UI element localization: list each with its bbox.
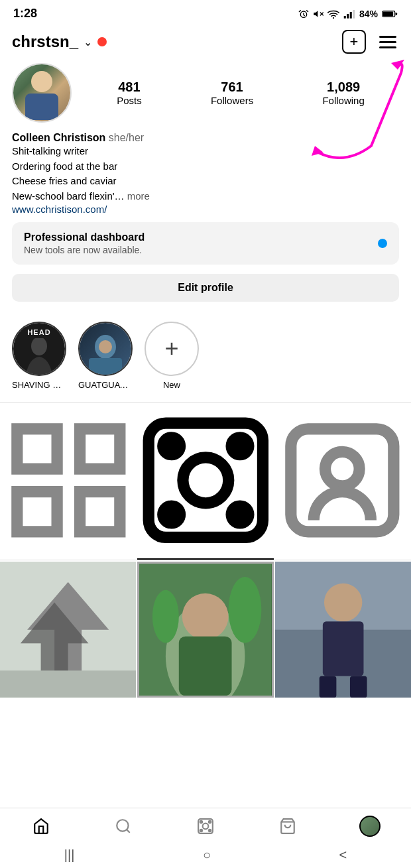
highlights-row: HEAD SHAVING CH... GUATGUATGU... [0,322,411,390]
signal-icon [343,9,355,19]
live-dot [97,37,107,46]
sys-back[interactable]: < [339,847,347,863]
svg-rect-15 [89,358,122,375]
svg-rect-30 [0,670,136,698]
highlight-head-text: HEAD [27,328,50,336]
grid-cell-2[interactable] [137,562,273,698]
svg-rect-41 [323,621,364,676]
svg-point-40 [324,584,362,621]
svg-rect-7 [353,10,355,19]
sys-home[interactable]: ○ [203,847,211,863]
content-tabs [0,402,411,560]
dropdown-icon[interactable]: ⌄ [84,36,92,48]
stat-followers[interactable]: 761 Followers [211,80,253,107]
grid-cell-3[interactable] [275,562,411,698]
bio-name-line: Colleen Christison she/her [12,132,399,144]
svg-rect-9 [383,11,393,16]
bio-line1: Shit-talking writer [12,144,399,159]
profile-top-row: 481 Posts 761 Followers 1,089 Following [12,63,399,123]
nav-icons: + [342,30,399,54]
svg-point-49 [200,830,202,832]
stat-posts[interactable]: 481 Posts [117,80,142,107]
svg-point-44 [117,820,128,831]
svg-point-25 [162,506,180,523]
grid-cell-1[interactable] [0,562,136,698]
svg-rect-35 [179,636,232,696]
avatar[interactable] [12,63,72,123]
svg-point-34 [182,593,229,640]
highlight-guat[interactable]: GUATGUATGU... [78,322,133,390]
nav-reels[interactable] [189,815,222,837]
status-bar: 1:28 84% [0,0,411,25]
mute-icon [313,9,323,19]
alarm-icon [298,9,309,19]
svg-rect-4 [344,16,346,19]
bio-link[interactable]: www.cchristison.com/ [12,204,107,215]
bio-section: Colleen Christison she/her Shit-talking … [12,132,399,216]
shop-icon [279,818,296,835]
bio-name: Colleen Christison [12,132,105,143]
menu-line-1 [379,36,396,38]
svg-rect-17 [17,429,57,469]
username-row: chrstsn_ ⌄ [12,32,107,51]
followers-count: 761 [211,80,253,95]
highlight-shaving[interactable]: HEAD SHAVING CH... [12,322,66,390]
svg-rect-6 [350,12,352,19]
nav-shop[interactable] [271,815,304,837]
tab-reels[interactable] [137,403,274,560]
add-post-button[interactable]: + [342,30,366,54]
svg-point-50 [209,830,211,832]
battery-text: 84% [359,9,378,19]
grid-image-2 [139,564,271,696]
highlight-label-new: New [163,380,180,390]
highlight-label-guat: GUATGUATGU... [78,380,133,390]
profile-section: 481 Posts 761 Followers 1,089 Following … [0,60,411,322]
highlight-add-circle[interactable]: + [145,322,199,376]
svg-rect-19 [17,492,57,532]
nav-search[interactable] [107,815,140,837]
svg-point-47 [200,821,202,823]
svg-rect-5 [347,14,349,19]
tab-tagged[interactable] [274,403,411,560]
bio-line4: New-school bard flexin'… more [12,189,399,204]
posts-count: 481 [117,80,142,95]
grid-image-1 [0,562,136,698]
menu-line-3 [379,46,396,48]
edit-profile-button[interactable]: Edit profile [12,274,399,302]
sys-recents[interactable]: ||| [64,847,75,863]
avatar-image [13,64,70,121]
nav-avatar [359,816,381,837]
followers-label: Followers [211,95,253,106]
tab-grid[interactable] [0,403,137,560]
following-count: 1,089 [322,80,364,95]
professional-dashboard[interactable]: Professional dashboard New tools are now… [12,222,399,265]
svg-point-22 [183,458,229,503]
svg-rect-10 [396,13,398,15]
svg-rect-20 [80,492,120,532]
menu-button[interactable] [377,33,399,51]
highlight-new[interactable]: + New [145,322,199,390]
status-icons: 84% [298,9,398,19]
bottom-nav [0,808,411,841]
pro-dashboard-text: Professional dashboard New tools are now… [24,231,145,255]
svg-point-16 [99,340,112,353]
nav-reels-icon [197,818,214,835]
highlight-label-shaving: SHAVING CH... [12,380,66,390]
grid-icon [0,412,137,549]
svg-rect-43 [350,676,367,698]
highlight-add-icon: + [164,337,178,361]
stat-following[interactable]: 1,089 Following [322,80,364,107]
battery-icon [382,9,398,19]
menu-line-2 [379,41,396,43]
nav-profile[interactable] [353,815,386,837]
svg-point-26 [231,506,249,523]
following-label: Following [322,95,364,106]
svg-point-3 [333,17,334,18]
svg-rect-42 [319,676,336,698]
nav-home[interactable] [25,815,58,837]
highlight-circle-guat [78,322,133,376]
svg-rect-18 [80,429,120,469]
bio-more[interactable]: more [127,190,150,202]
pro-dashboard-title: Professional dashboard [24,231,145,243]
tagged-icon [274,412,411,549]
